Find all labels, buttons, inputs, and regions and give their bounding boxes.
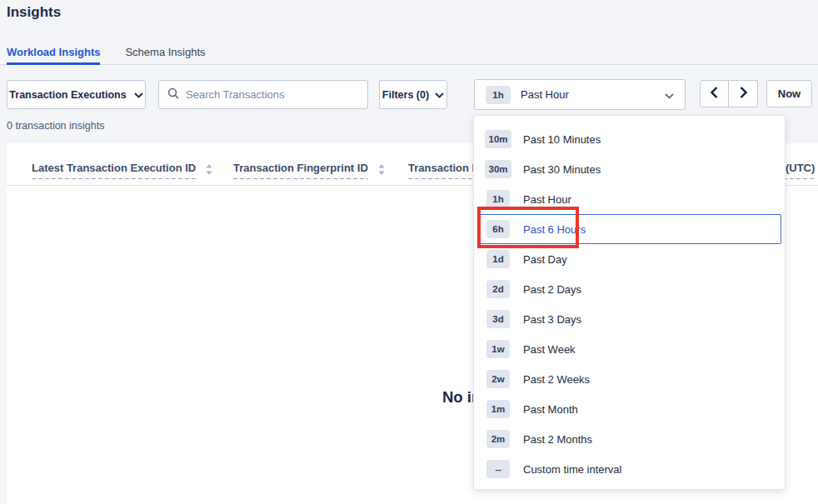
badge-wrap: 3d xyxy=(485,310,511,328)
time-option-badge: 1w xyxy=(486,340,510,358)
time-option-label: Past 2 Weeks xyxy=(523,373,590,386)
badge-wrap: -- xyxy=(485,460,511,478)
badge-wrap: 30m xyxy=(485,160,511,178)
transaction-type-label: Transaction Executions xyxy=(9,89,126,101)
time-option-past-2-days[interactable]: 2d Past 2 Days xyxy=(477,274,781,304)
time-option-label: Past 2 Days xyxy=(523,283,581,296)
time-option-badge: 1h xyxy=(486,190,510,208)
time-option-label: Past 30 Minutes xyxy=(523,163,601,176)
search-input[interactable] xyxy=(186,88,359,101)
chevron-right-icon xyxy=(740,87,747,102)
time-option-label: Past 10 Minutes xyxy=(523,133,601,146)
time-option-badge: 10m xyxy=(485,130,511,148)
time-option-badge: 30m xyxy=(485,160,511,178)
time-option-label: Past Week xyxy=(523,343,576,356)
next-interval-button[interactable] xyxy=(729,80,758,107)
search-icon xyxy=(167,87,179,102)
column-label[interactable]: Latest Transaction Execution ID xyxy=(32,162,196,179)
time-option-past-2-months[interactable]: 2m Past 2 Months xyxy=(477,424,781,454)
time-option-label: Custom time interval xyxy=(523,463,621,476)
time-nav-arrows xyxy=(700,80,758,107)
time-interval-selector[interactable]: 1h Past Hour xyxy=(474,79,686,110)
badge-wrap: 1h xyxy=(485,190,511,208)
chevron-down-icon xyxy=(665,87,674,102)
time-option-past-week[interactable]: 1w Past Week xyxy=(477,334,781,364)
chevron-down-icon xyxy=(134,89,143,101)
time-option-past-hour[interactable]: 1h Past Hour xyxy=(477,184,781,214)
previous-interval-button[interactable] xyxy=(700,80,729,107)
time-option-badge: 1m xyxy=(486,400,510,418)
chevron-left-icon xyxy=(711,87,718,102)
time-option-badge: 3d xyxy=(486,310,510,328)
time-option-past-3-days[interactable]: 3d Past 3 Days xyxy=(477,304,781,334)
badge-wrap: 10m xyxy=(485,130,511,148)
badge-wrap: 2m xyxy=(485,430,511,448)
badge-wrap: 1w xyxy=(485,340,511,358)
badge-wrap: 1d xyxy=(485,250,511,268)
time-option-past-6-hours[interactable]: 6h Past 6 Hours xyxy=(477,214,781,244)
time-option-label: Past Day xyxy=(523,253,567,266)
time-option-badge: 2d xyxy=(486,280,510,298)
time-option-badge: 1d xyxy=(486,250,510,268)
transaction-type-selector[interactable]: Transaction Executions xyxy=(7,80,146,109)
time-option-past-day[interactable]: 1d Past Day xyxy=(477,244,781,274)
search-box xyxy=(158,80,368,109)
results-count: 0 transaction insights xyxy=(7,120,104,132)
time-option-past-10-minutes[interactable]: 10m Past 10 Minutes xyxy=(477,124,781,154)
column-header-latest-transaction-execution-id: Latest Transaction Execution ID xyxy=(32,162,212,179)
time-option-badge: 2w xyxy=(486,370,510,388)
time-option-custom-time-interval[interactable]: -- Custom time interval xyxy=(477,454,781,484)
sort-icon[interactable] xyxy=(378,163,385,178)
time-option-past-2-weeks[interactable]: 2w Past 2 Weeks xyxy=(477,364,781,394)
tabs: Workload Insights Schema Insights xyxy=(0,38,818,65)
badge-wrap: 2d xyxy=(485,280,511,298)
time-option-past-30-minutes[interactable]: 30m Past 30 Minutes xyxy=(477,154,781,184)
time-option-label: Past 2 Months xyxy=(523,433,592,446)
column-header-transaction-fingerprint-id: Transaction Fingerprint ID xyxy=(233,162,385,179)
column-label[interactable]: Transaction Fingerprint ID xyxy=(233,162,368,179)
time-interval-dropdown: 10m Past 10 Minutes 30m Past 30 Minutes … xyxy=(473,115,786,490)
sort-icon[interactable] xyxy=(206,163,212,178)
filters-label: Filters (0) xyxy=(382,89,429,101)
time-option-label: Past Month xyxy=(523,403,578,416)
tab-workload-insights[interactable]: Workload Insights xyxy=(7,38,100,65)
time-option-past-month[interactable]: 1m Past Month xyxy=(477,394,781,424)
badge-wrap: 2w xyxy=(485,370,511,388)
time-option-label: Past 3 Days xyxy=(523,313,581,326)
chevron-down-icon xyxy=(435,89,444,101)
time-option-badge: 6h xyxy=(486,220,510,238)
time-interval-badge: 1h xyxy=(486,86,511,104)
badge-wrap: 1m xyxy=(485,400,511,418)
time-option-label: Past Hour xyxy=(523,193,571,206)
badge-wrap: 6h xyxy=(485,220,511,238)
filters-button[interactable]: Filters (0) xyxy=(379,80,447,109)
time-option-label: Past 6 Hours xyxy=(523,223,586,236)
now-button[interactable]: Now xyxy=(766,80,812,107)
time-option-badge: 2m xyxy=(486,430,510,448)
time-option-badge: -- xyxy=(486,460,510,478)
time-interval-label: Past Hour xyxy=(521,88,569,101)
tab-schema-insights[interactable]: Schema Insights xyxy=(125,38,205,65)
page-title: Insights xyxy=(7,4,61,21)
